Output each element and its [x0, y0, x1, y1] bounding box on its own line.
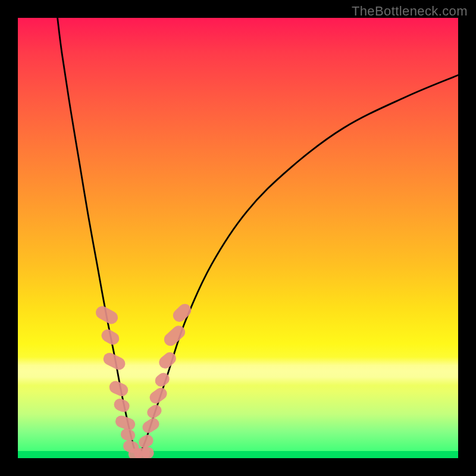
highlight-marker: [93, 304, 120, 326]
highlight-marker: [140, 416, 161, 435]
highlight-marker: [112, 397, 131, 414]
highlight-marker: [145, 403, 164, 421]
plot-area: [18, 18, 458, 458]
highlight-marker: [161, 323, 187, 349]
highlight-marker: [99, 327, 121, 347]
highlight-marker: [148, 386, 170, 406]
highlight-marker: [137, 433, 155, 450]
highlight-marker: [170, 301, 193, 324]
highlight-marker: [142, 447, 154, 459]
highlight-marker: [101, 350, 127, 371]
marker-group: [93, 301, 194, 458]
marker-layer: [18, 18, 458, 458]
highlight-marker: [156, 350, 178, 371]
chart-stage: TheBottleneck.com: [0, 0, 476, 476]
highlight-marker: [153, 371, 172, 389]
highlight-marker: [119, 427, 136, 443]
watermark-text: TheBottleneck.com: [352, 4, 468, 19]
highlight-marker: [107, 379, 130, 398]
